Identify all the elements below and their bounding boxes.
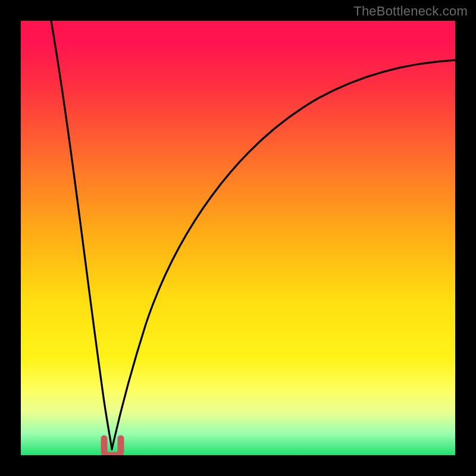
bottleneck-curve-right [112, 60, 455, 449]
plot-frame [21, 21, 455, 455]
watermark-text: TheBottleneck.com [353, 4, 468, 19]
bottleneck-curve-left [51, 21, 112, 449]
plot-curves-svg [21, 21, 455, 455]
